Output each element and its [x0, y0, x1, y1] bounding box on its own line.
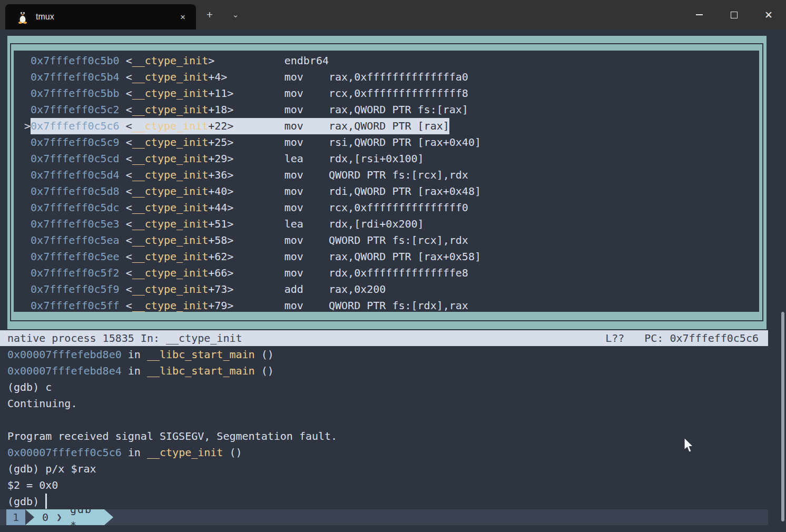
asm-mnemonic: mov: [284, 118, 329, 134]
asm-operands: rsi,QWORD PTR [rax+0x40]: [329, 134, 481, 151]
asm-symbol-field: <__ctype_init+79>: [126, 298, 284, 312]
asm-row-text: 0x7fffeff0c5cd<__ctype_init+29>leardx,[r…: [31, 151, 424, 167]
asm-symbol: __ctype_init: [132, 232, 209, 249]
asm-operands: rax,QWORD PTR [rax+0x58]: [329, 249, 481, 265]
asm-mnemonic: mov: [284, 134, 329, 151]
asm-operands: rax,0xffffffffffffffa0: [329, 69, 468, 85]
asm-symbol: __ctype_init: [132, 216, 209, 232]
asm-mnemonic: mov: [284, 232, 329, 249]
asm-operands: rcx,0xfffffffffffffff0: [329, 200, 468, 216]
asm-mnemonic: mov: [284, 85, 329, 102]
asm-operands: QWORD PTR fs:[rdx],rax: [329, 298, 468, 312]
tab-title: tmux: [36, 12, 54, 22]
tmux-window-index: 0: [42, 509, 48, 525]
gdb-text-segment: __libc_start_main: [147, 348, 255, 361]
asm-row-text: 0x7fffeff0c5b4<__ctype_init+4>movrax,0xf…: [31, 69, 468, 85]
gdb-text-segment: Continuing.: [7, 397, 77, 410]
asm-row-text: 0x7fffeff0c5ea<__ctype_init+58>movQWORD …: [31, 232, 468, 249]
gdb-text-segment: __ctype_init: [147, 446, 223, 459]
gdb-text-segment: 0x00007fffeff0c5c6: [7, 446, 122, 459]
current-pc-marker: [18, 134, 31, 151]
status-line-indicator: L??: [605, 332, 624, 344]
tab-dropdown-icon[interactable]: ⌄: [228, 7, 243, 22]
asm-operands: rax,0x200: [329, 281, 386, 298]
asm-mnemonic: add: [284, 281, 329, 298]
tmux-session-badge[interactable]: 1: [6, 509, 25, 525]
gdb-text-segment: Program received signal SIGSEGV, Segment…: [7, 430, 337, 442]
gdb-output-line: Continuing.: [7, 396, 761, 412]
maximize-button[interactable]: [716, 0, 751, 29]
current-pc-marker: >: [18, 118, 31, 134]
gdb-output-line: (gdb) c: [7, 379, 761, 396]
titlebar[interactable]: tmux × + ⌄ ✕: [0, 0, 786, 29]
asm-symbol-field: <__ctype_init+40>: [126, 183, 284, 200]
text-cursor: [45, 494, 47, 509]
asm-row-text: 0x7fffeff0c5ee<__ctype_init+62>movrax,QW…: [31, 249, 481, 265]
asm-operands: rdx,0xffffffffffffffe8: [329, 265, 468, 281]
asm-symbol-field: <__ctype_init+29>: [126, 151, 284, 167]
asm-row-text: 0x7fffeff0c5bb<__ctype_init+11>movrcx,0x…: [31, 85, 468, 102]
asm-listing[interactable]: 0x7fffeff0c5b0<__ctype_init>endbr64 0x7f…: [14, 51, 759, 312]
current-pc-marker: [18, 167, 31, 183]
tab-tmux[interactable]: tmux ×: [5, 4, 196, 29]
asm-row-text: 0x7fffeff0c5c6<__ctype_init+22>movrax,QW…: [31, 118, 449, 134]
gdb-text-segment: (): [255, 364, 274, 377]
gdb-text-segment: in: [122, 348, 147, 361]
tmux-separator-icon: ❯: [56, 509, 62, 525]
asm-address: 0x7fffeff0c5cd: [31, 151, 126, 167]
asm-address: 0x7fffeff0c5e3: [31, 216, 126, 232]
asm-symbol-field: <__ctype_init+18>: [126, 102, 284, 118]
gdb-output[interactable]: 0x00007fffefebd8e0 in __libc_start_main …: [7, 347, 761, 510]
gdb-output-line: (gdb): [7, 494, 761, 510]
close-button[interactable]: ✕: [751, 0, 786, 29]
asm-mnemonic: mov: [284, 167, 329, 183]
gdb-output-line: 0x00007fffefebd8e0 in __libc_start_main …: [7, 347, 761, 363]
asm-address: 0x7fffeff0c5c9: [31, 134, 126, 151]
tux-linux-icon: [17, 10, 28, 24]
asm-address: 0x7fffeff0c5ea: [31, 232, 126, 249]
asm-symbol-field: <__ctype_init+44>: [126, 200, 284, 216]
asm-row-text: 0x7fffeff0c5dc<__ctype_init+44>movrcx,0x…: [31, 200, 468, 216]
asm-row: >0x7fffeff0c5c6<__ctype_init+22>movrax,Q…: [18, 118, 759, 134]
asm-symbol: __ctype_init: [132, 183, 209, 200]
asm-row: 0x7fffeff0c5c2<__ctype_init+18>movrax,QW…: [18, 102, 759, 118]
asm-symbol: __ctype_init: [132, 200, 209, 216]
close-icon: ✕: [764, 9, 773, 21]
asm-address: 0x7fffeff0c5ee: [31, 249, 126, 265]
asm-mnemonic: mov: [284, 183, 329, 200]
asm-mnemonic: mov: [284, 249, 329, 265]
asm-address: 0x7fffeff0c5dc: [31, 200, 126, 216]
asm-row: 0x7fffeff0c5cd<__ctype_init+29>leardx,[r…: [18, 151, 759, 167]
scrollbar-thumb[interactable]: [781, 312, 784, 521]
mouse-cursor-icon: [683, 437, 695, 455]
asm-row-text: 0x7fffeff0c5c2<__ctype_init+18>movrax,QW…: [31, 102, 468, 118]
asm-symbol-field: <__ctype_init+4>: [126, 69, 284, 85]
tmux-window-name: gdb *: [70, 501, 104, 532]
asm-symbol: __ctype_init: [132, 134, 209, 151]
asm-row: 0x7fffeff0c5f9<__ctype_init+73>addrax,0x…: [18, 281, 759, 298]
gdb-status-line: native process 15835 In: __ctype_init L?…: [0, 330, 768, 346]
asm-symbol-field: <__ctype_init+22>: [126, 118, 284, 134]
asm-address: 0x7fffeff0c5d4: [31, 167, 126, 183]
gdb-text-segment: (): [255, 348, 274, 361]
gdb-text-segment: $2 = 0x0: [7, 479, 58, 491]
asm-row: 0x7fffeff0c5b4<__ctype_init+4>movrax,0xf…: [18, 69, 759, 85]
asm-row: 0x7fffeff0c5ff<__ctype_init+79>movQWORD …: [18, 298, 759, 312]
asm-symbol-field: <__ctype_init+58>: [126, 232, 284, 249]
asm-operands: rax,QWORD PTR [rax]: [329, 118, 449, 134]
status-pc-indicator: PC: 0x7fffeff0c5c6: [644, 332, 759, 344]
status-right: L??PC: 0x7fffeff0c5c6: [585, 330, 768, 346]
asm-row: 0x7fffeff0c5c9<__ctype_init+25>movrsi,QW…: [18, 134, 759, 151]
current-pc-marker: [18, 102, 31, 118]
asm-mnemonic: mov: [284, 200, 329, 216]
asm-row-text: 0x7fffeff0c5ff<__ctype_init+79>movQWORD …: [31, 298, 468, 312]
new-tab-button[interactable]: +: [202, 7, 218, 22]
asm-symbol: __ctype_init: [132, 85, 209, 102]
tab-close-icon[interactable]: ×: [176, 11, 190, 24]
asm-row-text: 0x7fffeff0c5b0<__ctype_init>endbr64: [31, 53, 329, 69]
minimize-button[interactable]: [682, 0, 716, 29]
tmux-window-segment[interactable]: 0 ❯ gdb *: [25, 509, 104, 525]
asm-row-text: 0x7fffeff0c5c9<__ctype_init+25>movrsi,QW…: [31, 134, 481, 151]
tmux-status-bar: 1 0 ❯ gdb *: [0, 509, 768, 525]
current-pc-marker: [18, 69, 31, 85]
